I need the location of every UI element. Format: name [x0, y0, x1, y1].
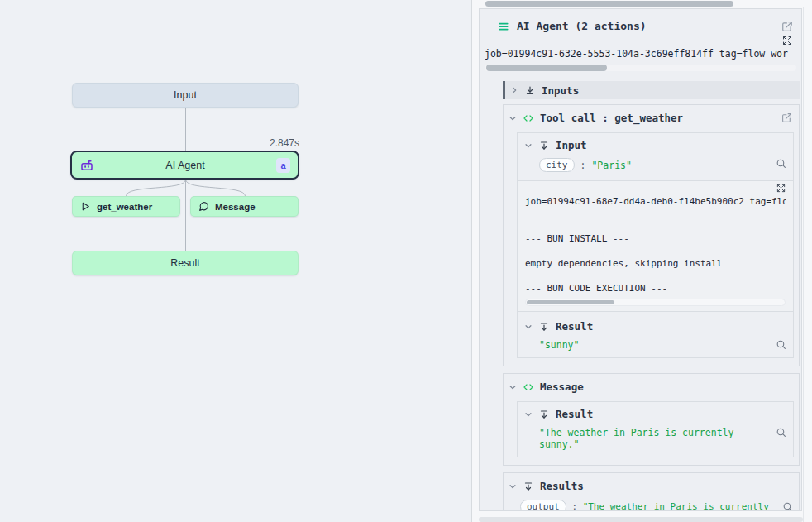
node-input[interactable]: Input — [72, 83, 299, 108]
chevron-down-icon[interactable] — [524, 410, 533, 419]
tool-call-title: Tool call : get_weather — [540, 112, 683, 124]
results-output-row: output : "The weather in Paris is curren… — [520, 499, 793, 511]
node-message[interactable]: Message — [190, 196, 299, 217]
results-header[interactable]: Results — [504, 473, 799, 492]
section-message: Message Result "The weather in Paris is … — [503, 373, 800, 466]
scrollbar-thumb[interactable] — [485, 1, 733, 7]
log-line — [525, 270, 786, 282]
expand-icon[interactable] — [782, 36, 792, 45]
log-line: empty dependencies, skipping install — [525, 257, 786, 270]
input-subsection-header[interactable]: Input — [518, 139, 793, 151]
message-result-label: Result — [556, 408, 593, 420]
log-line: job=01994c91-68e7-dd4a-deb0-f14be5b900c2… — [525, 195, 786, 208]
inputs-label: Inputs — [542, 84, 579, 97]
log-line — [525, 208, 786, 220]
panel-title: AI Agent (2 actions) — [517, 20, 774, 32]
scrollbar-thumb[interactable] — [527, 300, 614, 304]
log-scrollbar[interactable] — [525, 299, 786, 306]
node-input-label: Input — [174, 89, 197, 101]
code-icon — [523, 382, 533, 392]
node-result[interactable]: Result — [72, 251, 299, 275]
message-title: Message — [540, 381, 584, 393]
vertical-scrollbar-gutter[interactable] — [803, 7, 812, 522]
search-icon[interactable] — [776, 158, 786, 169]
chevron-down-icon[interactable] — [509, 383, 517, 391]
tool-call-header[interactable]: Tool call : get_weather — [504, 105, 799, 124]
message-bubble-icon — [198, 201, 209, 212]
arg-value: "Paris" — [591, 160, 631, 171]
expand-row — [480, 36, 792, 45]
external-link-icon[interactable] — [781, 113, 792, 123]
tool-result-row: "sunny" — [539, 339, 786, 351]
run-details-pane: AI Agent (2 actions) job=01994c91-632e-5… — [471, 0, 812, 522]
message-result-value: "The weather in Paris is currently sunny… — [539, 427, 768, 450]
arrow-down-from-line-icon — [539, 409, 549, 419]
arg-city-row: city : "Paris" — [539, 158, 786, 172]
node-ai-agent-label: AI Agent — [94, 160, 276, 171]
arrow-down-from-line-icon — [539, 322, 549, 332]
sections: Inputs Tool call : get_weather — [503, 81, 800, 511]
chevron-down-icon[interactable] — [509, 114, 517, 122]
agent-duration: 2.847s — [198, 137, 299, 149]
chevron-right-icon[interactable] — [510, 86, 518, 94]
section-tool-call: Tool call : get_weather — [503, 104, 800, 366]
job-id-line: job=01994c91-632e-5553-104a-3c69eff814ff… — [485, 48, 798, 60]
node-ai-agent[interactable]: AI Agent a — [70, 151, 299, 180]
scrollbar-thumb[interactable] — [486, 65, 607, 71]
message-result-header[interactable]: Result — [518, 408, 793, 420]
result-subsection-header[interactable]: Result — [518, 320, 793, 333]
node-get-weather[interactable]: get_weather — [72, 196, 180, 217]
log-line — [525, 220, 786, 232]
log-line — [525, 245, 786, 257]
arrow-down-from-line-icon — [523, 481, 533, 491]
log-line: --- BUN INSTALL --- — [525, 232, 786, 245]
play-icon — [80, 201, 91, 212]
section-results: Results output : "The weather in Paris i… — [503, 472, 800, 511]
job-log-panel: job=01994c91-68e7-dd4a-deb0-f14be5b900c2… — [518, 180, 793, 312]
horizontal-scrollbar-top[interactable] — [482, 1, 799, 7]
code-icon — [523, 113, 533, 123]
node-message-label: Message — [215, 202, 256, 212]
separator: : — [571, 501, 577, 511]
message-result-row: "The weather in Paris is currently sunny… — [539, 427, 786, 450]
tool-result-value: "sunny" — [539, 339, 579, 351]
node-get-weather-label: get_weather — [97, 202, 152, 212]
horizontal-scrollbar-bottom[interactable] — [479, 517, 803, 522]
results-title: Results — [540, 480, 584, 492]
expand-icon[interactable] — [776, 184, 786, 195]
log-expand-row — [525, 184, 786, 195]
agent-badge: a — [276, 158, 290, 173]
chevron-down-icon[interactable] — [524, 141, 533, 150]
menu-lines-icon — [498, 21, 509, 32]
arrow-down-from-line-icon — [539, 141, 549, 151]
arg-key-badge: city — [539, 158, 575, 172]
chevron-down-icon[interactable] — [509, 482, 517, 491]
job-scrollbar[interactable] — [485, 65, 796, 71]
ai-agent-panel: AI Agent (2 actions) job=01994c91-632e-5… — [479, 8, 802, 511]
search-icon[interactable] — [776, 339, 786, 350]
output-key-badge: output — [520, 500, 566, 511]
message-header[interactable]: Message — [504, 374, 799, 393]
separator: : — [580, 160, 586, 171]
search-icon[interactable] — [776, 427, 786, 438]
log-line: --- BUN CODE EXECUTION --- — [525, 282, 786, 295]
result-label: Result — [556, 320, 593, 333]
robot-icon — [79, 158, 94, 173]
arrow-down-to-line-icon — [525, 85, 535, 95]
chevron-down-icon[interactable] — [524, 323, 533, 331]
section-inputs[interactable]: Inputs — [503, 81, 800, 99]
panel-header: AI Agent (2 actions) — [498, 20, 793, 32]
flow-canvas[interactable]: Input 2.847s AI Agent a get_weather — [0, 0, 471, 522]
tool-call-body: Input city : "Paris" — [517, 132, 794, 358]
external-link-icon[interactable] — [781, 21, 793, 32]
search-icon[interactable] — [782, 501, 793, 511]
node-result-label: Result — [170, 257, 199, 269]
input-label: Input — [556, 139, 587, 151]
message-body: Result "The weather in Paris is currentl… — [517, 401, 794, 457]
